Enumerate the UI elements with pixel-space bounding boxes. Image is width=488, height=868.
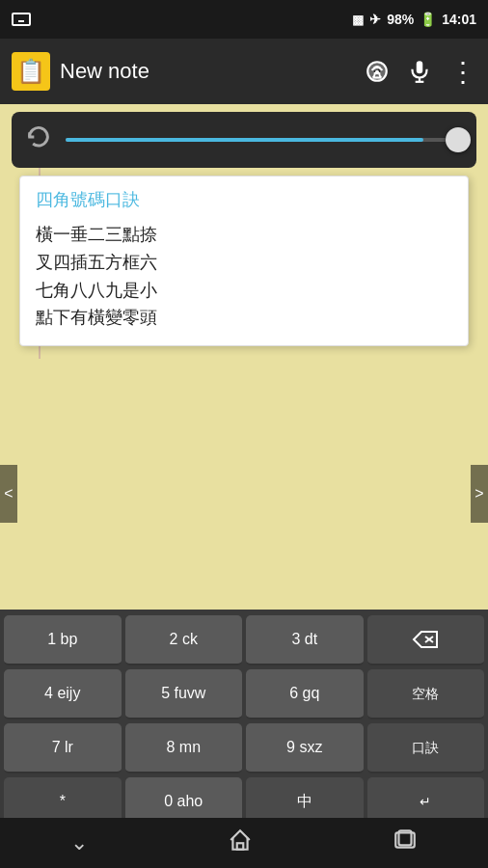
- home-button[interactable]: [228, 827, 253, 858]
- more-icon: ⋮: [449, 56, 476, 88]
- tts-button[interactable]: [365, 59, 390, 84]
- recent-button[interactable]: [393, 827, 418, 858]
- tts-icon: [365, 59, 390, 84]
- key-8mn[interactable]: 8 mn: [125, 723, 243, 773]
- svg-rect-7: [237, 843, 244, 850]
- note-background: 四角號碼口訣 橫一垂二三點捺 叉四插五方框六 七角八八九是小 點下有橫變零頭: [0, 112, 488, 359]
- autocomplete-line-3: 七角八八九是小: [36, 277, 452, 305]
- autocomplete-line-4: 點下有橫變零頭: [36, 304, 452, 332]
- keyboard-row-2: 4 eijy 5 fuvw 6 gq 空格: [0, 667, 488, 721]
- back-button[interactable]: ⌄: [70, 830, 88, 855]
- recent-icon: [393, 827, 418, 853]
- keyboard-row-3: 7 lr 8 mn 9 sxz 口訣: [0, 721, 488, 775]
- tts-slider-track[interactable]: [66, 138, 463, 142]
- key-2ck[interactable]: 2 ck: [125, 615, 243, 665]
- app-icon: [12, 52, 50, 91]
- mic-icon: [407, 59, 432, 84]
- key-3dt[interactable]: 3 dt: [246, 615, 364, 665]
- autocomplete-line-2: 叉四插五方框六: [36, 249, 452, 277]
- main-content: 四角號碼口訣 橫一垂二三點捺 叉四插五方框六 七角八八九是小 點下有橫變零頭 <…: [0, 104, 488, 868]
- keyboard: 1 bp 2 ck 3 dt 4 eijy 5 fuvw 6 gq 空格 7 l…: [0, 610, 488, 833]
- tts-spin-icon: [25, 123, 52, 156]
- key-1bp[interactable]: 1 bp: [4, 615, 122, 665]
- key-7lr[interactable]: 7 lr: [4, 723, 122, 773]
- toolbar-icons: ⋮: [365, 56, 476, 88]
- key-backspace[interactable]: [367, 615, 485, 665]
- key-lookup[interactable]: 口訣: [367, 723, 485, 773]
- airplane-icon: ✈: [369, 12, 381, 27]
- battery-percent: 98%: [387, 12, 414, 27]
- svg-rect-2: [417, 61, 423, 73]
- home-icon: [228, 827, 253, 853]
- tts-slider-fill: [66, 138, 423, 142]
- key-4eijy[interactable]: 4 eijy: [4, 669, 122, 719]
- tts-slider-thumb[interactable]: [446, 127, 471, 152]
- autocomplete-title: 四角號碼口訣: [36, 188, 452, 211]
- side-left-arrow[interactable]: <: [0, 465, 17, 523]
- status-right: ▩ ✈ 98% 🔋 14:01: [352, 12, 476, 27]
- autocomplete-popup: 四角號碼口訣 橫一垂二三點捺 叉四插五方框六 七角八八九是小 點下有橫變零頭: [19, 176, 469, 346]
- bottom-nav: ⌄: [0, 818, 488, 868]
- battery-icon: 🔋: [420, 12, 436, 27]
- app-bar: New note ⋮: [0, 39, 488, 104]
- keyboard-row-1: 1 bp 2 ck 3 dt: [0, 613, 488, 667]
- status-left: [12, 13, 31, 26]
- autocomplete-line-1: 橫一垂二三點捺: [36, 221, 452, 249]
- autocomplete-content: 橫一垂二三點捺 叉四插五方框六 七角八八九是小 點下有橫變零頭: [36, 221, 452, 332]
- app-title: New note: [60, 59, 355, 84]
- status-bar: ▩ ✈ 98% 🔋 14:01: [0, 0, 488, 39]
- more-button[interactable]: ⋮: [449, 56, 476, 88]
- side-right-arrow[interactable]: >: [471, 465, 488, 523]
- signal-icon: ▩: [352, 13, 364, 27]
- keyboard-status-icon: [12, 13, 31, 26]
- key-5fuvw[interactable]: 5 fuvw: [125, 669, 243, 719]
- key-space[interactable]: 空格: [367, 669, 485, 719]
- mic-button[interactable]: [407, 59, 432, 84]
- tts-slider-panel: [12, 112, 476, 168]
- clock: 14:01: [442, 12, 476, 27]
- key-6gq[interactable]: 6 gq: [246, 669, 364, 719]
- chevron-down-icon: ⌄: [70, 830, 88, 854]
- key-9sxz[interactable]: 9 sxz: [246, 723, 364, 773]
